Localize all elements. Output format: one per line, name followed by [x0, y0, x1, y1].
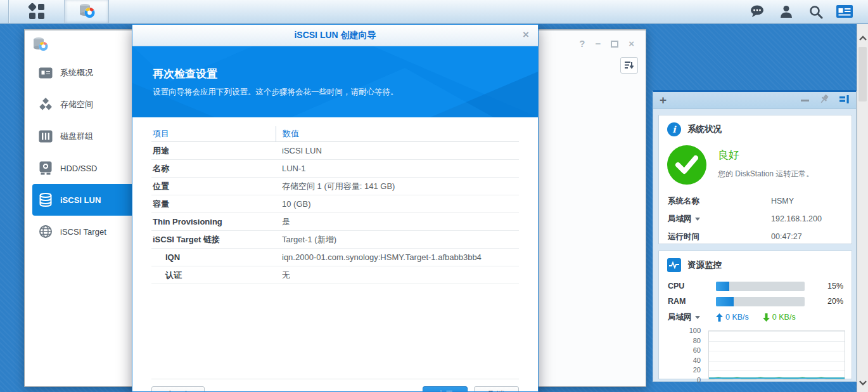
field-label: 系统名称 [668, 196, 699, 207]
scrollbar-thumb[interactable] [858, 47, 867, 101]
scroll-down-icon[interactable] [858, 378, 867, 387]
dialog-banner: 再次检查设置 设置向导将会应用下列设置。这个步骤将会花一些时间，请耐心等待。 [132, 46, 538, 117]
table-row: 位置 存储空间 1 (可用容量: 141 GB) [151, 178, 519, 195]
health-status: 良好 [718, 148, 814, 162]
lan-dropdown[interactable]: 局域网 [668, 214, 771, 225]
field-value: 192.168.1.200 [771, 214, 822, 223]
collapse-panel-icon[interactable] [801, 100, 809, 101]
sidebar-item-iscsi-target[interactable]: iSCSI Target [25, 216, 132, 247]
row-label: IQN [151, 252, 276, 262]
apply-button[interactable]: 应用 [423, 386, 468, 392]
column-header-value[interactable]: 数值 [276, 126, 519, 141]
row-value: 是 [276, 216, 519, 228]
storage-manager-task-button[interactable] [65, 0, 109, 23]
gridline [709, 331, 845, 332]
banner-description: 设置向导将会应用下列设置。这个步骤将会花一些时间，请耐心等待。 [153, 87, 538, 98]
sidebar-item-iscsi-lun[interactable]: iSCSI LUN [32, 184, 132, 216]
pin-icon[interactable] [819, 94, 829, 107]
review-settings-table: 项目 数值 用途 iSCSI LUN 名称 LUN-1 位置 存储空间 1 (可… [151, 126, 519, 284]
y-tick-label: 60 [693, 346, 701, 354]
sort-button[interactable] [620, 57, 638, 74]
add-widget-button[interactable]: + [660, 94, 667, 107]
sidebar-item-hdd-ssd[interactable]: HDD/SSD [25, 152, 132, 184]
dialog-close-icon[interactable]: × [523, 29, 529, 41]
cpu-row: CPU 15% [659, 278, 852, 294]
hdd-ssd-icon [39, 161, 53, 175]
gridline [709, 341, 845, 342]
dialog-body: 项目 数值 用途 iSCSI LUN 名称 LUN-1 位置 存储空间 1 (可… [132, 117, 538, 284]
row-label: 认证 [151, 270, 276, 281]
help-button[interactable]: ? [579, 39, 585, 48]
widget-panel: + i [653, 90, 857, 382]
dialog-titlebar[interactable]: iSCSI LUN 创建向导 × [132, 25, 538, 46]
user-icon[interactable] [778, 3, 795, 20]
storage-manager-icon [79, 2, 95, 21]
row-value: iqn.2000-01.com.synology:HSMY.Target-1.a… [276, 252, 519, 262]
chat-icon[interactable] [749, 3, 765, 20]
ram-row: RAM 20% [659, 294, 852, 309]
row-label: 用途 [151, 145, 276, 157]
row-label: iSCSI Target 链接 [151, 234, 276, 245]
widget-title: 资源监控 [687, 259, 722, 271]
dialog-footer: 上一步 应用 取消 [132, 379, 538, 392]
sidebar-item-label: iSCSI LUN [60, 195, 101, 205]
taskbar-left-segment [0, 0, 9, 23]
ram-bar [716, 297, 805, 306]
sidebar-item-system-overview[interactable]: 系统概况 [25, 57, 132, 89]
minimize-button[interactable]: − [595, 39, 601, 48]
disk-group-icon [39, 129, 53, 143]
row-value: 存储空间 1 (可用容量: 141 GB) [276, 181, 519, 192]
resource-monitor-icon [667, 258, 681, 272]
main-menu-button[interactable] [9, 0, 65, 23]
system-name-row: 系统名称 HSMY [659, 192, 852, 210]
lan-traffic-chart: 100806040200 [659, 330, 845, 384]
widgets-panel-icon[interactable] [836, 3, 853, 20]
storage-manager-app-icon [32, 36, 49, 55]
close-button[interactable]: × [629, 39, 634, 48]
table-row: iSCSI Target 链接 Target-1 (新增) [151, 231, 519, 249]
sidebar-item-storage-volume[interactable]: 存储空间 [25, 89, 132, 121]
row-value: iSCSI LUN [276, 146, 519, 155]
widget-panel-header: + [653, 92, 856, 109]
cancel-button[interactable]: 取消 [474, 386, 519, 392]
cpu-percent: 15% [827, 282, 843, 291]
sidebar-item-disk-group[interactable]: 磁盘群组 [25, 121, 132, 152]
taskbar [0, 0, 868, 24]
row-value: LUN-1 [276, 164, 519, 173]
dialog-title: iSCSI LUN 创建向导 [294, 30, 376, 41]
uptime-row: 运行时间 00:47:27 [659, 228, 852, 245]
health-description: 您的 DiskStation 运转正常。 [718, 169, 814, 180]
sidebar-item-label: 系统概况 [60, 67, 93, 79]
ram-label: RAM [668, 297, 716, 306]
window-controls: ? − × [579, 39, 634, 48]
iscsi-lun-icon [39, 193, 53, 207]
storage-volume-icon [39, 98, 53, 112]
table-row: IQN iqn.2000-01.com.synology:HSMY.Target… [151, 249, 519, 266]
table-row: Thin Provisioning 是 [151, 213, 519, 231]
table-row: 名称 LUN-1 [151, 160, 519, 178]
cpu-label: CPU [668, 282, 716, 291]
sidebar-item-label: iSCSI Target [60, 227, 106, 237]
upload-rate: 0 KB/s [716, 313, 749, 322]
table-row: 用途 iSCSI LUN [151, 142, 519, 160]
field-label: 运行时间 [668, 232, 699, 242]
desktop-scrollbar[interactable] [857, 24, 868, 392]
back-button[interactable]: 上一步 [151, 386, 205, 392]
row-value: 10 (GB) [276, 199, 519, 209]
sidebar-menu: 系统概况 存储空间 [25, 57, 132, 247]
storage-manager-sidebar: 系统概况 存储空间 [25, 30, 132, 386]
maximize-button[interactable] [611, 41, 618, 48]
row-label: Thin Provisioning [151, 217, 276, 226]
column-header-item[interactable]: 项目 [151, 128, 276, 140]
chart-y-axis: 100806040200 [659, 330, 705, 380]
scroll-up-icon[interactable] [858, 34, 867, 43]
sidebar-item-label: 存储空间 [60, 99, 93, 110]
ram-percent: 20% [827, 297, 843, 306]
lan-ip-row: 局域网 192.168.1.200 [659, 210, 852, 228]
system-overview-icon [39, 66, 53, 80]
row-label: 名称 [151, 163, 276, 174]
lan-traffic-dropdown[interactable]: 局域网 [668, 312, 716, 323]
status-ok-icon [667, 145, 706, 185]
panel-dock-icon[interactable] [839, 95, 850, 107]
search-icon[interactable] [807, 3, 824, 20]
